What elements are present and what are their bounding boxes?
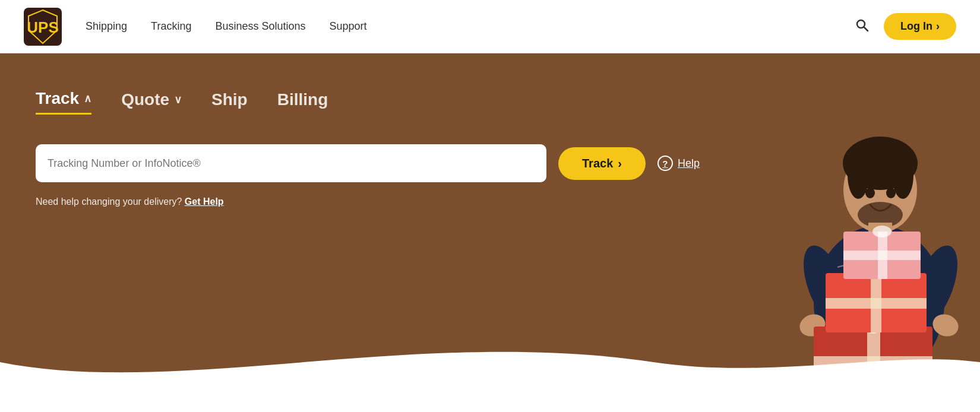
tab-billing-label: Billing xyxy=(277,90,328,109)
nav-shipping[interactable]: Shipping xyxy=(86,20,127,33)
svg-rect-29 xyxy=(843,251,921,260)
tab-track[interactable]: Track ∧ xyxy=(36,89,91,115)
login-chevron: › xyxy=(936,20,940,33)
ups-logo[interactable]: UPS xyxy=(24,8,62,46)
site-header: UPS Shipping Tracking Business Solutions… xyxy=(0,0,980,53)
tracking-input[interactable] xyxy=(36,144,546,182)
tab-billing[interactable]: Billing xyxy=(277,89,328,115)
tab-ship-label: Ship xyxy=(211,90,248,109)
header-right: Log In › xyxy=(852,13,956,40)
svg-text:UPS: UPS xyxy=(27,18,58,36)
tab-quote[interactable]: Quote ∨ xyxy=(121,89,182,115)
help-label: Help xyxy=(678,157,700,170)
svg-rect-25 xyxy=(826,298,927,309)
delivery-help: Need help changing your delivery? Get He… xyxy=(36,197,944,207)
search-button[interactable] xyxy=(852,15,872,39)
get-help-link[interactable]: Get Help xyxy=(185,197,224,207)
nav-support[interactable]: Support xyxy=(330,20,367,33)
tab-quote-chevron: ∨ xyxy=(174,93,182,106)
login-label: Log In xyxy=(900,20,932,33)
main-nav: Shipping Tracking Business Solutions Sup… xyxy=(86,20,852,33)
hero-section: Track ∧ Quote ∨ Ship Billing Track › ? xyxy=(0,53,980,386)
nav-tracking[interactable]: Tracking xyxy=(151,20,191,33)
tab-ship[interactable]: Ship xyxy=(211,89,248,115)
track-button-label: Track xyxy=(582,157,613,170)
tracking-form: Track › ? Help xyxy=(36,144,944,182)
nav-business-solutions[interactable]: Business Solutions xyxy=(215,20,305,33)
svg-point-30 xyxy=(872,226,892,237)
track-button-chevron: › xyxy=(618,157,622,170)
hero-tabs: Track ∧ Quote ∨ Ship Billing xyxy=(36,89,944,115)
delivery-help-text: Need help changing your delivery? xyxy=(36,197,182,207)
help-circle-icon: ? xyxy=(657,156,673,171)
hero-wave xyxy=(0,315,980,386)
tab-quote-label: Quote xyxy=(121,90,169,109)
svg-line-5 xyxy=(864,27,868,31)
tab-track-chevron: ∧ xyxy=(84,92,91,105)
track-button[interactable]: Track › xyxy=(558,147,646,180)
login-button[interactable]: Log In › xyxy=(884,13,956,40)
help-link[interactable]: ? Help xyxy=(657,156,700,171)
tab-track-label: Track xyxy=(36,89,79,108)
